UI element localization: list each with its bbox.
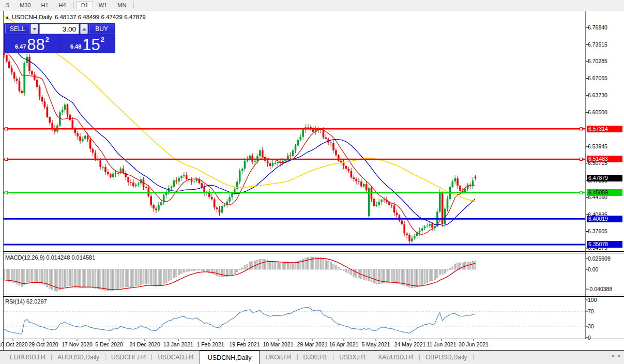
date-axis-label: 16 Apr 2021: [329, 341, 359, 347]
tab-gbpusd[interactable]: GBPUSD,Daily: [420, 351, 473, 364]
timeframe-toolbar: 5M30H1H4D1W1MN: [0, 0, 624, 10]
price-level-tag: 6.51483: [587, 156, 622, 162]
timeframe-button-d1[interactable]: D1: [77, 1, 93, 9]
date-axis-label: 5 May 2021: [362, 341, 390, 347]
ask-price-pips: 15: [82, 38, 100, 52]
date-axis-label: 19 Feb 2021: [230, 341, 260, 347]
ma-fast-line: [4, 50, 475, 235]
date-axis-label: 10 Mar 2021: [263, 341, 294, 347]
tab-eurusd[interactable]: EURUSD,H4: [4, 351, 51, 364]
tab-separator: [473, 354, 474, 360]
one-click-trading-panel: SELL BUY 6.47 88 2 6.48 15 2: [4, 23, 115, 53]
date-axis-label: 29 Oct 2020: [28, 341, 58, 347]
price-axis-label: 6.63730: [588, 92, 622, 99]
splitter-main-macd[interactable]: [3, 251, 624, 252]
macd-panel: [4, 257, 476, 291]
rsi-line: [4, 308, 475, 335]
bid-price-pips: 88: [27, 38, 44, 52]
ma-mid-line: [4, 41, 475, 225]
price-level-tag: 6.47879: [587, 175, 622, 181]
tab-usdchf[interactable]: USDCHF,H4: [105, 351, 151, 364]
buy-button[interactable]: BUY: [89, 24, 114, 34]
bid-price-display[interactable]: 6.47 88 2: [5, 35, 59, 52]
triangle-up-icon: [82, 28, 86, 31]
rsi-bottom-border: [3, 339, 624, 339]
sell-button[interactable]: SELL: [5, 24, 29, 34]
price-level-tag: 6.45059: [587, 189, 622, 196]
toolbar-separator: [133, 2, 134, 9]
bid-price-point: 2: [45, 36, 49, 43]
ask-price-point: 2: [101, 36, 104, 43]
timeframe-button-h1[interactable]: H1: [37, 1, 53, 9]
volume-decrease-button[interactable]: [31, 24, 38, 34]
price-axis-label: 6.37605: [588, 228, 622, 235]
date-axis-label: 10 Oct 2020: [0, 341, 28, 347]
collapse-trade-panel-icon[interactable]: ▲: [5, 15, 9, 20]
price-axis-label: 6.60500: [588, 109, 622, 116]
chart-symbol-period: USDCNH,Daily: [12, 14, 52, 20]
tab-xauusd[interactable]: XAUUSD,H4: [372, 351, 419, 364]
ask-price-major: 6.48: [70, 43, 81, 50]
date-axis-label: 24 May 2021: [394, 341, 426, 347]
price-level-tag: 6.35078: [587, 241, 622, 248]
rsi-panel: [4, 308, 585, 335]
triangle-down-icon: [33, 28, 37, 31]
toolbar-separator: [73, 2, 74, 9]
date-axis-label: 29 Mar 2021: [297, 341, 328, 347]
date-axis-label: 13 Jan 2021: [163, 341, 193, 347]
rsi-scale-label: 30: [588, 323, 623, 330]
timeframe-button-mn[interactable]: MN: [113, 1, 131, 9]
macd-scale-label: 0.00: [588, 266, 623, 273]
splitter-macd-rsi[interactable]: [3, 295, 624, 295]
splitter-main-macd-2: [3, 253, 624, 253]
price-level-tag: 6.40019: [587, 216, 622, 222]
tab-usdcnh[interactable]: USDCNH,Daily: [200, 351, 260, 364]
tab-scroll-left-icon[interactable]: ◂: [611, 353, 614, 358]
chart-window-left-border: [3, 11, 4, 350]
mt4-terminal: { "toolbar": { "timeframes": [ {"label":…: [0, 0, 624, 364]
rsi-indicator-label: RSI(14) 62.0297: [5, 298, 47, 305]
date-axis-label: 5 Dec 2020: [95, 341, 123, 347]
date-axis-label: 24 Dec 2020: [129, 341, 160, 347]
horizontal-level-lines: [4, 128, 585, 245]
price-axis-label: 6.70285: [588, 58, 622, 65]
tab-scroll-arrows: ◂ ▸: [611, 353, 621, 358]
price-axis-label: 6.73515: [588, 41, 622, 48]
tab-dj30[interactable]: DJ30,H1: [298, 351, 333, 364]
tab-audusd[interactable]: AUDUSD,Daily: [52, 351, 105, 364]
tab-ukoil[interactable]: UKOil,H4: [260, 351, 297, 364]
splitter-macd-rsi-2: [3, 296, 624, 297]
date-axis-label: 1 Feb 2021: [196, 341, 224, 347]
macd-histogram: [4, 257, 476, 291]
ask-price-display[interactable]: 6.48 15 2: [60, 35, 114, 52]
price-axis-label: 6.53945: [588, 143, 622, 150]
candlestick-series: [3, 51, 476, 244]
price-axis-label: 6.67055: [588, 75, 622, 82]
macd-indicator-label: MACD(12,26,9) 0.014248 0.014581: [5, 254, 95, 261]
rsi-scale-label: 70: [588, 308, 623, 315]
chart-tab-bar: EURUSD,H4AUDUSD,DailyUSDCHF,H4USDCAD,H4U…: [0, 351, 624, 364]
volume-input[interactable]: [39, 24, 79, 34]
price-level-tag: 6.57314: [587, 126, 622, 132]
chart-ohlc-values: 6.48137 6.48499 6.47429 6.47879: [55, 14, 146, 20]
macd-scale-label: -0.040388: [588, 286, 623, 293]
macd-signal-line: [4, 259, 475, 290]
chart-title-bar: ▲ USDCNH,Daily 6.48137 6.48499 6.47429 6…: [5, 14, 146, 20]
tab-usdcad[interactable]: USDCAD,H4: [152, 351, 199, 364]
price-axis-label: 6.76840: [588, 24, 622, 31]
rsi-scale-label: 0: [588, 335, 623, 341]
chart-canvas: [0, 0, 624, 364]
axes: [13, 11, 588, 341]
timeframe-button-m30[interactable]: M30: [15, 1, 35, 9]
rsi-scale-label: 100: [588, 297, 623, 304]
timeframe-button-5[interactable]: 5: [2, 1, 14, 9]
timeframe-button-w1[interactable]: W1: [94, 1, 112, 9]
date-axis-label: 17 Nov 2020: [62, 341, 93, 347]
tab-scroll-right-icon[interactable]: ▸: [618, 353, 621, 358]
volume-increase-button[interactable]: [80, 24, 88, 34]
macd-scale-label: 0.025609: [588, 255, 623, 262]
bid-price-major: 6.47: [15, 43, 26, 50]
date-axis-label: 30 Jun 2021: [459, 341, 489, 347]
timeframe-button-h4[interactable]: H4: [54, 1, 71, 9]
tab-usdx[interactable]: USDX,H1: [333, 351, 372, 364]
